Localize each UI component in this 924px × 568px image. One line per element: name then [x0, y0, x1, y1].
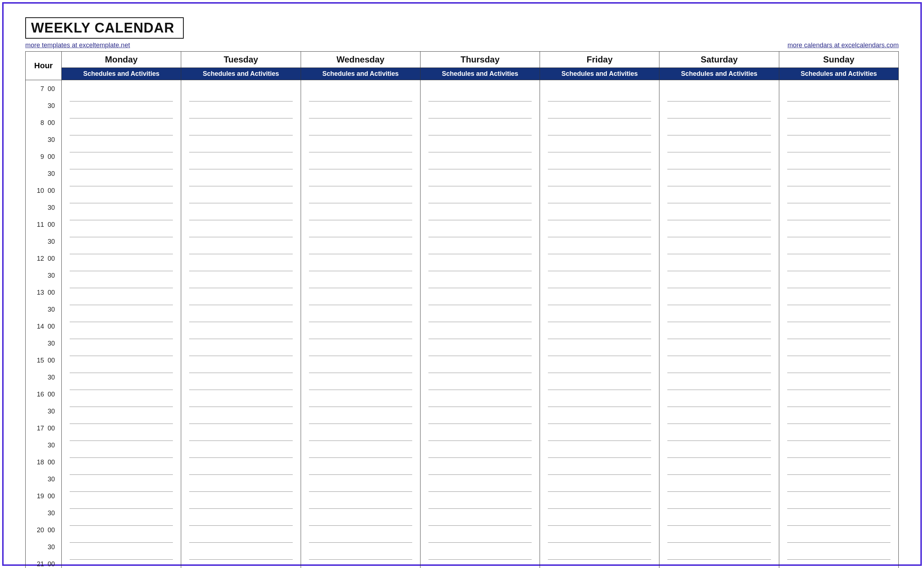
- schedule-slot[interactable]: [548, 153, 651, 169]
- schedule-slot[interactable]: [548, 492, 651, 509]
- schedule-slot[interactable]: [667, 288, 770, 305]
- schedule-slot[interactable]: [428, 492, 532, 509]
- schedule-slot[interactable]: [70, 407, 173, 424]
- schedule-slot[interactable]: [548, 475, 651, 492]
- schedule-slot[interactable]: [548, 424, 651, 441]
- schedule-slot[interactable]: [428, 441, 532, 458]
- schedule-slot[interactable]: [428, 288, 532, 305]
- schedule-slot[interactable]: [428, 475, 532, 492]
- schedule-slot[interactable]: [428, 85, 532, 101]
- schedule-slot[interactable]: [189, 118, 292, 135]
- schedule-slot[interactable]: [309, 390, 412, 407]
- schedule-slot[interactable]: [70, 305, 173, 322]
- schedule-slot[interactable]: [667, 305, 770, 322]
- schedule-slot[interactable]: [189, 356, 292, 373]
- schedule-slot[interactable]: [70, 373, 173, 390]
- schedule-slot[interactable]: [787, 390, 891, 407]
- schedule-slot[interactable]: [787, 237, 891, 254]
- schedule-slot[interactable]: [309, 288, 412, 305]
- schedule-slot[interactable]: [428, 458, 532, 475]
- schedule-slot[interactable]: [787, 169, 891, 186]
- schedule-slot[interactable]: [309, 356, 412, 373]
- schedule-slot[interactable]: [787, 373, 891, 390]
- schedule-slot[interactable]: [667, 424, 770, 441]
- schedule-slot[interactable]: [428, 135, 532, 153]
- schedule-slot[interactable]: [309, 254, 412, 271]
- schedule-slot[interactable]: [667, 560, 770, 568]
- day-cell-tuesday[interactable]: [181, 80, 301, 568]
- schedule-slot[interactable]: [548, 322, 651, 339]
- schedule-slot[interactable]: [428, 390, 532, 407]
- schedule-slot[interactable]: [787, 153, 891, 169]
- templates-link[interactable]: more templates at exceltemplate.net: [25, 42, 130, 49]
- schedule-slot[interactable]: [428, 407, 532, 424]
- schedule-slot[interactable]: [548, 203, 651, 220]
- schedule-slot[interactable]: [548, 288, 651, 305]
- schedule-slot[interactable]: [787, 356, 891, 373]
- schedule-slot[interactable]: [70, 220, 173, 237]
- schedule-slot[interactable]: [309, 220, 412, 237]
- schedule-slot[interactable]: [548, 407, 651, 424]
- schedule-slot[interactable]: [548, 560, 651, 568]
- schedule-slot[interactable]: [548, 135, 651, 153]
- schedule-slot[interactable]: [428, 101, 532, 118]
- schedule-slot[interactable]: [548, 237, 651, 254]
- schedule-slot[interactable]: [428, 339, 532, 356]
- schedule-slot[interactable]: [309, 492, 412, 509]
- schedule-slot[interactable]: [189, 424, 292, 441]
- schedule-slot[interactable]: [428, 118, 532, 135]
- schedule-slot[interactable]: [189, 85, 292, 101]
- schedule-slot[interactable]: [428, 560, 532, 568]
- schedule-slot[interactable]: [70, 186, 173, 203]
- schedule-slot[interactable]: [428, 237, 532, 254]
- schedule-slot[interactable]: [189, 458, 292, 475]
- schedule-slot[interactable]: [548, 305, 651, 322]
- schedule-slot[interactable]: [667, 407, 770, 424]
- schedule-slot[interactable]: [667, 237, 770, 254]
- schedule-slot[interactable]: [189, 203, 292, 220]
- schedule-slot[interactable]: [548, 186, 651, 203]
- schedule-slot[interactable]: [787, 526, 891, 543]
- schedule-slot[interactable]: [667, 339, 770, 356]
- schedule-slot[interactable]: [70, 356, 173, 373]
- schedule-slot[interactable]: [189, 475, 292, 492]
- schedule-slot[interactable]: [667, 85, 770, 101]
- schedule-slot[interactable]: [428, 186, 532, 203]
- schedule-slot[interactable]: [667, 526, 770, 543]
- schedule-slot[interactable]: [309, 85, 412, 101]
- schedule-slot[interactable]: [548, 441, 651, 458]
- schedule-slot[interactable]: [189, 492, 292, 509]
- schedule-slot[interactable]: [189, 407, 292, 424]
- schedule-slot[interactable]: [309, 169, 412, 186]
- schedule-slot[interactable]: [548, 509, 651, 526]
- schedule-slot[interactable]: [548, 458, 651, 475]
- schedule-slot[interactable]: [787, 220, 891, 237]
- schedule-slot[interactable]: [667, 153, 770, 169]
- schedule-slot[interactable]: [309, 441, 412, 458]
- schedule-slot[interactable]: [667, 509, 770, 526]
- schedule-slot[interactable]: [787, 407, 891, 424]
- schedule-slot[interactable]: [309, 186, 412, 203]
- schedule-slot[interactable]: [428, 169, 532, 186]
- schedule-slot[interactable]: [428, 153, 532, 169]
- schedule-slot[interactable]: [787, 271, 891, 288]
- schedule-slot[interactable]: [667, 475, 770, 492]
- schedule-slot[interactable]: [309, 135, 412, 153]
- schedule-slot[interactable]: [428, 373, 532, 390]
- schedule-slot[interactable]: [189, 237, 292, 254]
- schedule-slot[interactable]: [787, 101, 891, 118]
- schedule-slot[interactable]: [667, 458, 770, 475]
- schedule-slot[interactable]: [548, 101, 651, 118]
- schedule-slot[interactable]: [309, 305, 412, 322]
- schedule-slot[interactable]: [189, 271, 292, 288]
- schedule-slot[interactable]: [787, 254, 891, 271]
- schedule-slot[interactable]: [667, 203, 770, 220]
- schedule-slot[interactable]: [309, 509, 412, 526]
- schedule-slot[interactable]: [309, 101, 412, 118]
- schedule-slot[interactable]: [787, 424, 891, 441]
- schedule-slot[interactable]: [309, 526, 412, 543]
- schedule-slot[interactable]: [70, 254, 173, 271]
- schedule-slot[interactable]: [70, 458, 173, 475]
- schedule-slot[interactable]: [787, 322, 891, 339]
- schedule-slot[interactable]: [428, 509, 532, 526]
